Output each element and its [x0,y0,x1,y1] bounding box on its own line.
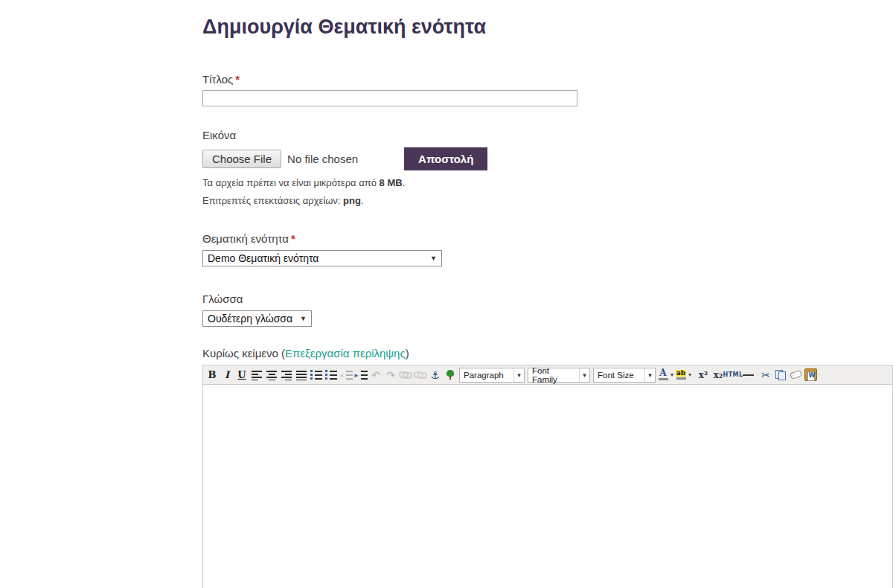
chevron-down-icon [579,368,589,382]
form-item-body: Κυρίως κείμενο (Επεξεργασία περίληψης) B… [202,347,893,588]
body-label-text: Κυρίως κείμενο [202,347,278,359]
html-source-icon[interactable]: HTML [726,368,740,382]
font-family-select[interactable]: Font Family [528,368,590,383]
underline-icon[interactable]: U [234,368,249,382]
language-label: Γλώσσα [202,293,893,305]
backcolor-caret-icon[interactable]: ▾ [687,368,693,382]
edit-summary-link[interactable]: Επεξεργασία περίληψης [285,347,406,359]
topic-label-text: Θεματική ενότητα [202,232,289,245]
horizontal-rule-icon[interactable] [740,368,755,382]
form-item-language: Γλώσσα Ουδέτερη γλώσσα ▼ [202,293,893,327]
upload-button[interactable]: Αποστολή [404,147,487,170]
copy-icon[interactable] [773,368,788,382]
topic-select[interactable]: Demo Θεματική ενότητα ▼ [202,250,442,266]
font-size-select[interactable]: Font Size [593,368,656,383]
forecolor-icon[interactable]: A [657,368,669,382]
superscript-icon[interactable]: x² [696,368,711,382]
chevron-down-icon: ▼ [430,255,437,262]
link-icon[interactable] [398,368,413,382]
file-size-help-suffix: . [403,177,406,188]
indent-icon[interactable] [353,368,368,382]
page-title: Δημιουργία Θεματική ενότητα [202,15,893,39]
chevron-down-icon [513,368,524,382]
allowed-extension: png [343,195,361,206]
bullet-list-icon[interactable] [309,368,324,382]
file-size-limit: 8 MB [380,177,403,188]
forecolor-caret-icon[interactable]: ▾ [669,368,675,382]
editor-content-area[interactable] [203,385,892,588]
no-file-chosen-text: No file chosen [287,153,358,165]
editor-toolbar: B I U ↶ ↷ ⚓ Paragraph [203,365,892,385]
eraser-icon[interactable] [788,368,803,382]
file-upload-row: Choose File No file chosen Αποστολή [202,147,893,170]
choose-file-button[interactable]: Choose File [202,150,281,168]
chevron-down-icon: ▼ [300,315,307,322]
outdent-icon[interactable] [339,368,353,382]
file-ext-help-prefix: Επιτρεπτές επεκτάσεις αρχείων: [202,195,343,206]
title-input[interactable] [202,90,577,106]
language-selected-option: Ουδέτερη γλώσσα [208,313,292,325]
topic-label: Θεματική ενότητα* [202,232,893,245]
rich-text-editor: B I U ↶ ↷ ⚓ Paragraph [202,365,893,588]
unlink-icon[interactable] [413,368,428,382]
form-item-topic: Θεματική ενότητα* Demo Θεματική ενότητα … [202,232,893,266]
language-select[interactable]: Ουδέτερη γλώσσα ▼ [202,310,312,327]
align-right-icon[interactable] [279,368,294,382]
paste-word-icon[interactable] [803,368,818,382]
paren-close: ) [406,347,409,359]
justify-icon[interactable] [294,368,309,382]
image-icon[interactable] [443,368,458,382]
file-ext-help-suffix: . [361,195,364,206]
body-label: Κυρίως κείμενο (Επεξεργασία περίληψης) [202,347,409,359]
form-item-image: Εικόνα Choose File No file chosen Αποστο… [202,129,893,206]
title-label-text: Τίτλος [202,73,233,86]
anchor-icon[interactable]: ⚓ [428,368,443,382]
redo-icon[interactable]: ↷ [383,368,398,382]
required-asterisk: * [235,73,240,86]
file-size-help-prefix: Τα αρχεία πρέπει να είναι μικρότερα από [202,177,380,188]
content-area: Δημιουργία Θεματική ενότητα Τίτλος* Εικό… [202,0,893,588]
chevron-down-icon [644,368,655,382]
cut-icon[interactable]: ✂ [758,368,773,382]
image-label: Εικόνα [202,129,893,141]
backcolor-icon[interactable]: ab [675,368,687,382]
italic-icon[interactable]: I [220,368,234,382]
numbered-list-icon[interactable] [324,368,339,382]
undo-icon[interactable]: ↶ [368,368,383,382]
required-asterisk: * [291,232,295,245]
file-size-help: Τα αρχεία πρέπει να είναι μικρότερα από … [202,177,893,188]
topic-selected-option: Demo Θεματική ενότητα [208,252,319,264]
form-item-title: Τίτλος* [202,73,893,106]
title-label: Τίτλος* [202,73,893,86]
align-center-icon[interactable] [264,368,279,382]
file-ext-help: Επιτρεπτές επεκτάσεις αρχείων: png. [202,195,893,206]
format-select[interactable]: Paragraph [459,368,525,383]
align-left-icon[interactable] [249,368,264,382]
bold-icon[interactable]: B [205,368,220,382]
